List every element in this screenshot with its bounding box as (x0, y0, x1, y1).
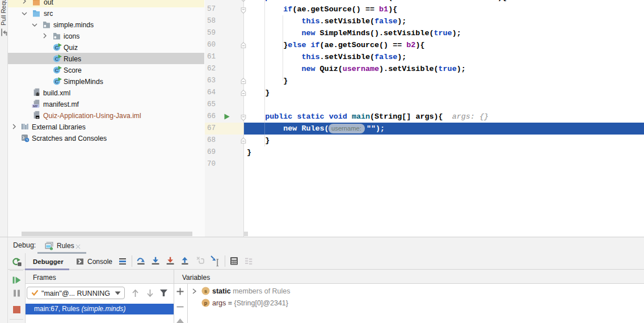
svg-text:p: p (204, 300, 208, 306)
svg-text:MF: MF (33, 104, 38, 108)
svg-text:s: s (204, 288, 207, 294)
